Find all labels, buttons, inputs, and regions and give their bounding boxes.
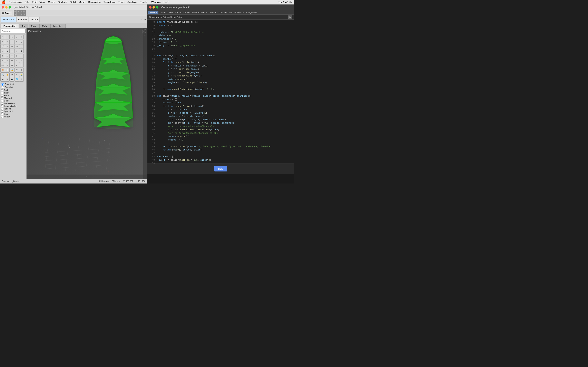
tab-top[interactable]: Top — [19, 24, 28, 28]
osnap-knot[interactable]: Knot — [1, 113, 25, 115]
boolean-tool[interactable]: ⊖ — [10, 58, 14, 63]
lock-tool[interactable]: 🔒 — [10, 68, 14, 72]
trim-tool[interactable]: ✂ — [19, 54, 24, 58]
osnap-persistent[interactable]: Persistent — [1, 83, 25, 86]
gh-tab-pufferfish[interactable]: Pufferfish — [234, 11, 244, 14]
box-tool[interactable]: □ — [19, 35, 24, 39]
rot-tool[interactable]: ⟲ — [0, 40, 5, 44]
menu-mesh[interactable]: Mesh — [79, 1, 85, 4]
smarttrack-button[interactable]: SmartTrack — [1, 17, 16, 22]
point-tool[interactable]: · — [5, 35, 9, 39]
ellipse-tool[interactable]: ⬭ — [15, 40, 19, 44]
square-tool[interactable]: ▢ — [19, 44, 24, 49]
gh-tab-display[interactable]: Display — [219, 11, 227, 14]
menu-curve[interactable]: Curve — [48, 1, 55, 4]
text-tool[interactable]: T — [5, 63, 9, 67]
osnap-intersection[interactable]: Intersection — [1, 102, 25, 105]
tab-layouts[interactable]: Layouts... — [51, 24, 66, 28]
array2-icon[interactable]: ⊡ — [20, 10, 23, 13]
curve-tool[interactable]: ∿ — [10, 35, 14, 39]
object-icon[interactable]: □ — [145, 34, 146, 36]
gh-tab-intersect[interactable]: Intersect — [209, 11, 217, 14]
env-tool[interactable]: 🌐 — [15, 77, 19, 82]
gumball-button[interactable]: Gumball — [16, 17, 28, 22]
scale-tool[interactable]: ⇲ — [5, 54, 9, 58]
menu-window[interactable]: Window — [151, 1, 161, 4]
plus-icon[interactable]: + — [23, 13, 26, 16]
zoom-tool[interactable]: 🔍 — [0, 72, 5, 77]
mirror-tool[interactable]: ⇔ — [10, 54, 14, 58]
menu-dimension[interactable]: Dimension — [88, 1, 100, 4]
osnap-tangent[interactable]: Tangent — [1, 108, 25, 110]
star-icon[interactable]: ✦ — [20, 13, 23, 16]
offset-tool[interactable]: ⊻ — [15, 54, 19, 58]
rect-tool[interactable]: ▭ — [15, 44, 19, 49]
circle-tool[interactable]: ○ — [5, 40, 9, 44]
menu-transform[interactable]: Transform — [104, 1, 116, 4]
poly-tool[interactable]: △ — [15, 35, 19, 39]
dim-tool[interactable]: ⟷ — [0, 63, 5, 67]
tab-right[interactable]: Right — [39, 24, 50, 28]
menu-tools[interactable]: Tools — [118, 1, 124, 4]
code-content[interactable]: 8import rhinoscriptsyntax as rs9import m… — [147, 20, 294, 164]
gh-tab-kangaroo[interactable]: Kangaroo2 — [246, 11, 257, 14]
osnap-midpoint[interactable]: Midpoint — [1, 97, 25, 100]
osnap-quadrant[interactable]: Quadrant — [1, 110, 25, 113]
array3-icon[interactable]: ◫ — [23, 10, 26, 13]
extent-tool[interactable]: ⤡ — [15, 72, 19, 77]
osnap-vertex[interactable]: Vertex — [1, 115, 25, 118]
menu-surface[interactable]: Surface — [58, 1, 67, 4]
menu-rhinoceros[interactable]: Rhinoceros — [9, 1, 22, 4]
light-tool[interactable]: ☀ — [5, 77, 9, 82]
close-button[interactable] — [2, 6, 4, 8]
pan-tool[interactable]: ✋ — [5, 72, 9, 77]
chamfer-tool[interactable]: ⌐ — [19, 58, 24, 63]
material-tool[interactable]: ◐ — [0, 77, 5, 82]
snap-tool[interactable]: ⊞ — [19, 68, 24, 72]
osnap-center[interactable]: Center — [1, 100, 25, 102]
run-button[interactable]: ▶ — [288, 16, 292, 19]
osnap-perpendicular[interactable]: Perpendicular — [1, 105, 25, 108]
dot-icon[interactable]: · — [17, 13, 20, 16]
osnap-oneshot[interactable]: One shot — [1, 86, 25, 89]
surface-tool[interactable]: ◈ — [5, 49, 9, 53]
viewport-3d[interactable]: Perspective — [26, 28, 147, 179]
freeform-tool[interactable]: 〜 — [10, 44, 14, 49]
array-icon[interactable]: ⊠ — [17, 10, 20, 13]
gh-tab-sets[interactable]: Sets — [169, 11, 173, 14]
menu-edit[interactable]: Edit — [32, 1, 36, 4]
gh-close-button[interactable] — [149, 6, 151, 8]
polyline-tool[interactable]: ⌇ — [5, 44, 9, 49]
move-tool[interactable]: ✛ — [0, 54, 5, 58]
color-tool[interactable]: 🎨 — [0, 68, 5, 72]
menu-view[interactable]: View — [39, 1, 45, 4]
dot-tool[interactable]: ⊙ — [19, 63, 24, 67]
hide-tool[interactable]: 👁 — [15, 68, 19, 72]
gh-tab-wh[interactable]: Wh — [229, 11, 233, 14]
menu-solid[interactable]: Solid — [70, 1, 76, 4]
gh-minimize-button[interactable] — [153, 6, 155, 8]
layer-tool[interactable]: 📋 — [5, 68, 9, 72]
leader-tool[interactable]: ↗ — [15, 63, 19, 67]
gh-tab-vector[interactable]: Vector — [175, 11, 182, 14]
extra-tool[interactable]: ⚙ — [19, 77, 24, 82]
gh-tab-params[interactable]: Params — [148, 11, 158, 14]
line-tool[interactable]: ╱ — [0, 44, 5, 49]
menu-analyze[interactable]: Analyze — [127, 1, 137, 4]
solid-tool[interactable]: ✦ — [15, 49, 19, 53]
osnap-end[interactable]: End — [1, 89, 25, 92]
menu-file[interactable]: File — [25, 1, 29, 4]
menu-render[interactable]: Render — [140, 1, 148, 4]
join-tool[interactable]: ⊕ — [5, 58, 9, 63]
tab-front[interactable]: Front — [29, 24, 39, 28]
arc-tool[interactable]: ⌒ — [10, 40, 14, 44]
fillet-tool[interactable]: ⌐ — [15, 58, 19, 63]
gh-maximize-button[interactable] — [156, 6, 158, 8]
menu-help[interactable]: Help — [164, 1, 169, 4]
rotate-view[interactable]: ⟳ — [10, 72, 14, 77]
history-button[interactable]: History — [29, 17, 39, 22]
extrude-tool[interactable]: ❖ — [19, 49, 24, 53]
split-tool[interactable]: ⌀ — [0, 58, 5, 63]
gh-tab-mesh[interactable]: Mesh — [201, 11, 207, 14]
nurbs-tool[interactable]: ⊹ — [10, 49, 14, 53]
